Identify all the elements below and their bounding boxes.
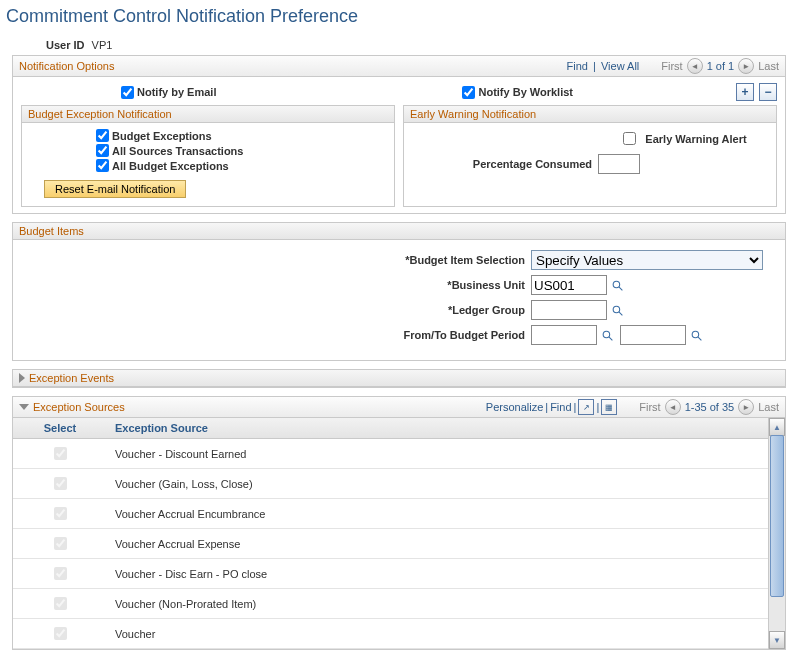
ledger-group-label: *Ledger Group bbox=[21, 304, 531, 316]
budget-exception-label: All Sources Transactions bbox=[112, 145, 243, 157]
notify-worklist-checkbox[interactable] bbox=[462, 86, 475, 99]
exception-sources-table: Select Exception Source Voucher - Discou… bbox=[13, 418, 768, 649]
es-nav-last: Last bbox=[758, 401, 779, 413]
budget-period-label: From/To Budget Period bbox=[21, 329, 531, 341]
percent-consumed-label: Percentage Consumed bbox=[412, 158, 592, 170]
scroll-down-icon[interactable]: ▼ bbox=[769, 631, 785, 649]
row-source-cell: Voucher (Non-Prorated Item) bbox=[107, 589, 768, 619]
exception-sources-title: Exception Sources bbox=[33, 401, 125, 413]
popout-icon[interactable]: ↗ bbox=[578, 399, 594, 415]
table-row: Voucher Accrual Expense bbox=[13, 529, 768, 559]
exception-events-header[interactable]: Exception Events bbox=[13, 370, 785, 387]
es-nav-count: 1-35 of 35 bbox=[685, 401, 735, 413]
business-unit-lookup-icon[interactable] bbox=[610, 278, 624, 292]
es-nav-prev-icon[interactable]: ◄ bbox=[665, 399, 681, 415]
row-select-checkbox[interactable] bbox=[54, 507, 67, 520]
scroll-up-icon[interactable]: ▲ bbox=[769, 418, 785, 436]
svg-point-0 bbox=[613, 281, 620, 288]
early-warning-title: Early Warning Notification bbox=[410, 108, 536, 120]
budget-exception-checkbox[interactable] bbox=[96, 144, 109, 157]
table-row: Voucher bbox=[13, 619, 768, 649]
reset-email-button[interactable]: Reset E-mail Notification bbox=[44, 180, 186, 198]
notification-options-title: Notification Options bbox=[19, 60, 114, 72]
exception-events-panel: Exception Events bbox=[12, 369, 786, 388]
row-select-checkbox[interactable] bbox=[54, 567, 67, 580]
personalize-link[interactable]: Personalize bbox=[486, 401, 543, 413]
user-id-row: User ID VP1 bbox=[46, 39, 790, 51]
budget-item-selection-label: *Budget Item Selection bbox=[21, 254, 531, 266]
user-id-value: VP1 bbox=[92, 39, 113, 51]
early-warning-checkbox[interactable] bbox=[623, 132, 636, 145]
nav-last: Last bbox=[758, 60, 779, 72]
ledger-group-input[interactable] bbox=[531, 300, 607, 320]
row-source-cell: Voucher (Gain, Loss, Close) bbox=[107, 469, 768, 499]
notify-email-checkbox[interactable] bbox=[121, 86, 134, 99]
panel-links: Find | View All bbox=[567, 60, 640, 72]
early-warning-label: Early Warning Alert bbox=[645, 133, 746, 145]
svg-line-1 bbox=[619, 287, 622, 290]
user-id-label: User ID bbox=[46, 39, 85, 51]
notify-worklist-label: Notify By Worklist bbox=[478, 86, 573, 98]
table-scrollbar[interactable]: ▲ ▼ bbox=[768, 418, 785, 649]
budget-period-from-lookup-icon[interactable] bbox=[600, 328, 614, 342]
budget-items-panel: Budget Items *Budget Item Selection Spec… bbox=[12, 222, 786, 361]
budget-period-from-input[interactable] bbox=[531, 325, 597, 345]
nav-next-icon[interactable]: ► bbox=[738, 58, 754, 74]
early-warning-panel: Early Warning Notification Early Warning… bbox=[403, 105, 777, 207]
budget-exception-label: Budget Exceptions bbox=[112, 130, 212, 142]
row-source-cell: Voucher Accrual Encumbrance bbox=[107, 499, 768, 529]
budget-exception-checkbox[interactable] bbox=[96, 159, 109, 172]
view-all-link[interactable]: View All bbox=[601, 60, 639, 72]
grid-icon[interactable]: ▦ bbox=[601, 399, 617, 415]
notify-email-label: Notify by Email bbox=[137, 86, 216, 98]
ledger-group-lookup-icon[interactable] bbox=[610, 303, 624, 317]
budget-exception-checkbox[interactable] bbox=[96, 129, 109, 142]
nav-count: 1 of 1 bbox=[707, 60, 735, 72]
page-title: Commitment Control Notification Preferen… bbox=[6, 6, 790, 27]
row-select-checkbox[interactable] bbox=[54, 477, 67, 490]
row-source-cell: Voucher - Disc Earn - PO close bbox=[107, 559, 768, 589]
row-source-cell: Voucher Accrual Expense bbox=[107, 529, 768, 559]
row-select-checkbox[interactable] bbox=[54, 627, 67, 640]
row-source-cell: Voucher bbox=[107, 619, 768, 649]
table-row: Voucher - Disc Earn - PO close bbox=[13, 559, 768, 589]
budget-item-selection-select[interactable]: Specify Values bbox=[531, 250, 763, 270]
svg-point-2 bbox=[613, 306, 620, 313]
col-exception-source[interactable]: Exception Source bbox=[107, 418, 768, 439]
row-select-checkbox[interactable] bbox=[54, 447, 67, 460]
chevron-right-icon bbox=[19, 373, 25, 383]
notification-options-panel: Notification Options Find | View All Fir… bbox=[12, 55, 786, 214]
budget-exception-panel: Budget Exception Notification Budget Exc… bbox=[21, 105, 395, 207]
col-select[interactable]: Select bbox=[13, 418, 107, 439]
nav-prev-icon[interactable]: ◄ bbox=[687, 58, 703, 74]
budget-period-to-lookup-icon[interactable] bbox=[689, 328, 703, 342]
add-row-icon[interactable]: + bbox=[736, 83, 754, 101]
table-row: Voucher Accrual Encumbrance bbox=[13, 499, 768, 529]
budget-exception-label: All Budget Exceptions bbox=[112, 160, 229, 172]
exception-sources-table-wrap: Select Exception Source Voucher - Discou… bbox=[12, 417, 786, 650]
table-row: Voucher (Non-Prorated Item) bbox=[13, 589, 768, 619]
budget-exception-title: Budget Exception Notification bbox=[28, 108, 172, 120]
find-link[interactable]: Find bbox=[567, 60, 588, 72]
scroll-thumb[interactable] bbox=[770, 435, 784, 597]
budget-period-to-input[interactable] bbox=[620, 325, 686, 345]
row-source-cell: Voucher - Discount Earned bbox=[107, 439, 768, 469]
business-unit-input[interactable] bbox=[531, 275, 607, 295]
es-nav-next-icon[interactable]: ► bbox=[738, 399, 754, 415]
svg-line-5 bbox=[609, 337, 612, 340]
row-select-checkbox[interactable] bbox=[54, 597, 67, 610]
svg-line-3 bbox=[619, 312, 622, 315]
svg-line-7 bbox=[698, 337, 701, 340]
es-find-link[interactable]: Find bbox=[550, 401, 571, 413]
svg-point-6 bbox=[692, 331, 699, 338]
table-row: Voucher - Discount Earned bbox=[13, 439, 768, 469]
nav-first: First bbox=[661, 60, 682, 72]
percent-consumed-input[interactable] bbox=[598, 154, 640, 174]
business-unit-label: *Business Unit bbox=[21, 279, 531, 291]
chevron-down-icon[interactable] bbox=[19, 404, 29, 410]
remove-row-icon[interactable]: − bbox=[759, 83, 777, 101]
es-nav-first: First bbox=[639, 401, 660, 413]
row-select-checkbox[interactable] bbox=[54, 537, 67, 550]
svg-point-4 bbox=[603, 331, 610, 338]
exception-sources-header: Exception Sources Personalize | Find | ↗… bbox=[12, 396, 786, 417]
